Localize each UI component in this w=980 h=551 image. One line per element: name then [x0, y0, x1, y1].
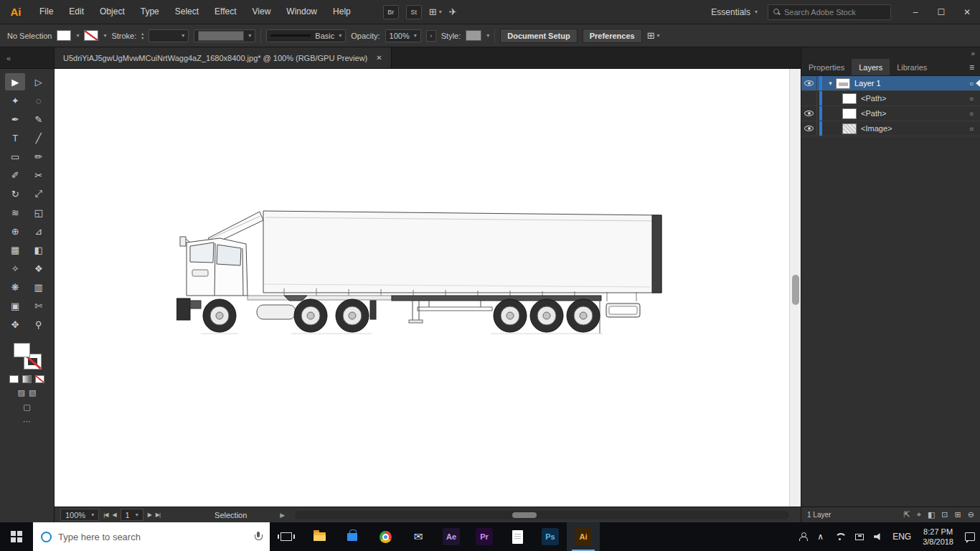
draw-behind-icon[interactable]: ▧	[29, 388, 36, 397]
close-button[interactable]: ✕	[954, 0, 980, 24]
arrange-documents-icon[interactable]: ⊞▾	[429, 6, 442, 17]
tab-libraries[interactable]: Libraries	[890, 59, 934, 75]
network-button[interactable]	[850, 522, 869, 551]
variable-width-profile-select[interactable]: Basic ▾	[266, 29, 346, 42]
photoshop-button[interactable]: Ps	[534, 522, 567, 551]
visibility-toggle[interactable]	[801, 121, 817, 136]
color-mode-icon[interactable]	[9, 375, 19, 383]
after-effects-button[interactable]: Ae	[435, 522, 468, 551]
scale-tool[interactable]: ⤢	[29, 185, 49, 202]
path-thumbnail[interactable]	[842, 93, 857, 104]
free-transform-tool[interactable]: ◱	[29, 204, 49, 221]
lasso-tool[interactable]: ◌	[29, 92, 49, 109]
previous-artboard-button[interactable]: ◀	[112, 512, 116, 518]
fill-chevron-icon[interactable]: ▾	[76, 32, 79, 39]
width-tool[interactable]: ≋	[5, 204, 25, 221]
tab-layers[interactable]: Layers	[852, 59, 890, 75]
gradient-mode-icon[interactable]	[22, 375, 32, 383]
selection-tool[interactable]: ▶	[5, 73, 25, 90]
stroke-weight-stepper[interactable]: ▴▾	[141, 32, 143, 40]
visibility-toggle[interactable]	[801, 76, 817, 90]
perspective-grid-tool[interactable]: ⊿	[29, 222, 49, 240]
last-artboard-button[interactable]: ▶|	[156, 512, 160, 518]
collect-for-export-icon[interactable]: ⇱	[904, 510, 910, 519]
new-sublayer-icon[interactable]: ⊡	[941, 510, 948, 519]
mesh-tool[interactable]: ▦	[5, 241, 25, 258]
first-artboard-button[interactable]: |◀	[103, 512, 108, 518]
align-options-icon[interactable]: ⊞▾	[647, 30, 660, 41]
make-clipping-mask-icon[interactable]: ◧	[928, 510, 935, 519]
artboard-canvas[interactable]	[55, 69, 801, 507]
adobe-stock-search[interactable]	[768, 4, 891, 20]
task-view-button[interactable]	[270, 522, 303, 551]
store-button[interactable]	[336, 522, 369, 551]
opacity-select[interactable]: 100%▾	[385, 29, 421, 42]
none-mode-icon[interactable]	[35, 375, 44, 383]
bridge-icon[interactable]: Br	[383, 5, 399, 19]
language-indicator[interactable]: ENG	[887, 522, 916, 551]
locate-object-icon[interactable]: ⌖	[917, 510, 921, 519]
style-swatch[interactable]	[466, 30, 481, 41]
layer-name[interactable]: <Path>	[861, 94, 886, 103]
artboard-number-select[interactable]: 1▾	[121, 509, 143, 521]
screen-mode-icon[interactable]: ▢	[23, 402, 30, 412]
illustrator-button[interactable]: Ai	[567, 522, 600, 551]
vertical-scrollbar-thumb[interactable]	[792, 275, 799, 305]
line-segment-tool[interactable]: ╱	[29, 129, 49, 146]
paintbrush-tool[interactable]: ✏	[29, 148, 49, 165]
curvature-tool[interactable]: ✎	[29, 110, 49, 128]
microphone-icon[interactable]	[254, 532, 262, 542]
artboard-tool[interactable]: ▣	[5, 297, 25, 314]
pen-tool[interactable]: ✒	[5, 110, 25, 128]
menu-help[interactable]: Help	[325, 0, 359, 24]
layer-name[interactable]: Layer 1	[854, 79, 881, 88]
blend-tool[interactable]: ❖	[29, 260, 49, 277]
horizontal-scrollbar-thumb[interactable]	[512, 512, 537, 518]
menu-view[interactable]: View	[245, 0, 279, 24]
fill-swatch[interactable]	[57, 30, 71, 41]
layer-name[interactable]: <Path>	[861, 109, 886, 118]
document-app-button[interactable]	[501, 522, 534, 551]
graph-tool[interactable]: ▥	[29, 278, 49, 296]
tray-expand-button[interactable]: ∧	[812, 522, 829, 551]
visibility-toggle[interactable]	[801, 91, 817, 105]
menu-type[interactable]: Type	[133, 0, 167, 24]
target-circle-icon[interactable]: ○	[969, 95, 974, 103]
layer-row[interactable]: <Image> ○	[801, 121, 980, 136]
layer-name[interactable]: <Image>	[861, 124, 892, 133]
symbol-sprayer-tool[interactable]: ❋	[5, 278, 25, 296]
stroke-swatch[interactable]	[84, 30, 98, 41]
taskbar-search[interactable]	[33, 522, 270, 551]
vertical-scrollbar[interactable]	[789, 69, 801, 507]
wifi-button[interactable]	[829, 522, 850, 551]
fill-color-well[interactable]	[14, 343, 30, 357]
stroke-weight-select[interactable]: ▾	[149, 29, 189, 42]
menu-effect[interactable]: Effect	[207, 0, 244, 24]
visibility-toggle[interactable]	[801, 106, 817, 121]
status-options-icon[interactable]: ▶	[280, 512, 285, 519]
layer-row[interactable]: <Path> ○	[801, 106, 980, 121]
rotate-tool[interactable]: ↻	[5, 185, 25, 202]
layer-row[interactable]: <Path> ○	[801, 91, 980, 106]
tab-properties[interactable]: Properties	[801, 59, 852, 75]
menu-file[interactable]: File	[32, 0, 61, 24]
volume-button[interactable]	[869, 522, 887, 551]
collapse-panels-left-icon[interactable]: «	[6, 54, 11, 62]
panel-menu-icon[interactable]: ≡	[963, 59, 980, 75]
gradient-tool[interactable]: ◧	[29, 241, 49, 258]
draw-normal-icon[interactable]: ▨	[18, 388, 25, 397]
scissors-tool[interactable]: ✂	[29, 166, 49, 184]
stock-icon[interactable]: St	[406, 5, 422, 19]
workspace-switcher[interactable]: Essentials▾	[711, 7, 758, 17]
new-layer-icon[interactable]: ⊞	[955, 510, 961, 519]
brush-definition-select[interactable]: ▾	[194, 29, 255, 42]
menu-edit[interactable]: Edit	[61, 0, 92, 24]
next-artboard-button[interactable]: ▶	[148, 512, 151, 518]
mail-button[interactable]: ✉	[402, 522, 435, 551]
collapse-panels-right-icon[interactable]: »	[971, 50, 975, 57]
expand-chevron-icon[interactable]: ▾	[825, 80, 836, 87]
shape-builder-tool[interactable]: ⊕	[5, 222, 25, 240]
maximize-button[interactable]: ☐	[928, 0, 954, 24]
layer-row[interactable]: ▾ Layer 1 ○	[801, 76, 980, 91]
clock[interactable]: 8:27 PM 3/8/2018	[916, 522, 960, 551]
